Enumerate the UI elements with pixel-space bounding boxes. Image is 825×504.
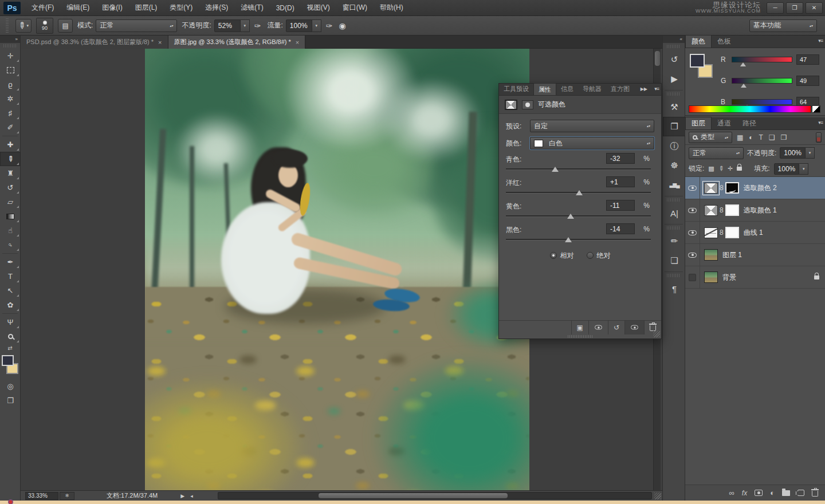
document-tab-psd[interactable]: PSD.psd @ 38.3% (选取颜色 2, 图层蒙版/8) * × (21, 36, 168, 49)
foreground-color-swatch[interactable] (690, 54, 705, 68)
delete-layer-icon[interactable] (812, 491, 818, 497)
g-slider-thumb[interactable] (741, 84, 747, 88)
resize-grip[interactable] (654, 493, 661, 499)
menu-edit[interactable]: 编辑(E) (60, 0, 96, 16)
layer-fill-value[interactable]: 100% (774, 163, 800, 175)
color-select[interactable]: 白色 ▴▾ (530, 137, 654, 149)
eraser-tool[interactable]: ▱ (0, 195, 21, 209)
layer-mask-thumbnail[interactable] (725, 227, 739, 238)
cyan-value-field[interactable]: -32 (606, 153, 635, 164)
b-slider[interactable] (732, 99, 792, 105)
tab-histogram[interactable]: 直方图 (606, 83, 634, 95)
menu-view[interactable]: 视图(V) (301, 0, 336, 16)
filter-smart-object-icon[interactable]: ❒ (780, 133, 788, 141)
spectrum-bw-cap[interactable] (812, 105, 820, 113)
panel-drag-grip[interactable] (568, 335, 593, 338)
visibility-toggle[interactable] (685, 266, 700, 289)
filter-pixel-layers-icon[interactable]: ▦ (736, 133, 744, 141)
tab-info[interactable]: 信息 (556, 83, 578, 95)
marquee-tool[interactable] (0, 63, 21, 77)
paragraph-panel-icon[interactable]: ¶ (663, 279, 686, 298)
foreground-color-swatch[interactable] (2, 355, 14, 366)
cyan-slider-thumb[interactable] (552, 167, 559, 172)
minimize-button[interactable]: ─ (767, 2, 784, 14)
g-slider[interactable] (732, 78, 792, 84)
menu-image[interactable]: 图像(I) (96, 0, 128, 16)
layer-row-selective-color-1[interactable]: 8 选取颜色 1 (685, 199, 825, 222)
brush-tool-preset-picker[interactable]: ✎ ▾ (15, 19, 32, 33)
menu-select[interactable]: 选择(S) (199, 0, 234, 16)
tab-color[interactable]: 颜色 (685, 35, 712, 48)
curves-icon[interactable] (704, 227, 718, 238)
new-adjustment-layer-icon[interactable]: ◐ (770, 489, 775, 497)
brush-tool[interactable]: ✎ (0, 152, 21, 166)
tool-presets-panel-icon[interactable]: ⚒ (663, 97, 686, 117)
lock-paint-icon[interactable]: ✎ (717, 164, 726, 174)
horizontal-scrollbar[interactable] (218, 492, 652, 499)
layer-blend-mode-select[interactable]: 正常 ▴▾ (689, 147, 744, 159)
yellow-value-field[interactable]: -11 (606, 200, 635, 211)
menu-window[interactable]: 窗口(W) (336, 0, 374, 16)
histogram-panel-icon[interactable]: ▃▆▄ (663, 175, 686, 195)
screen-mode-button[interactable]: ❐ (0, 393, 21, 408)
layer-mask-thumbnail[interactable] (725, 182, 739, 194)
restore-button[interactable]: ❐ (786, 2, 803, 14)
dodge-tool[interactable]: ♀ (0, 238, 21, 252)
canvas-image[interactable] (145, 49, 529, 490)
lock-transparency-icon[interactable]: ▩ (708, 165, 714, 172)
tab-channels[interactable]: 通道 (712, 117, 737, 129)
layer-row-background[interactable]: 背景 (685, 266, 825, 289)
layer-filter-type-select[interactable]: 类型 ▴▾ (689, 132, 732, 143)
clip-to-layer-icon[interactable]: ▣ (571, 321, 588, 334)
panel-menu-icon[interactable]: ▾≡ (818, 38, 823, 44)
vertical-scrollbar-thumb[interactable] (655, 51, 660, 66)
tablet-opacity-icon[interactable]: ✑ (253, 21, 263, 30)
menu-help[interactable]: 帮助(H) (374, 0, 410, 16)
filter-shape-layers-icon[interactable]: ❑ (768, 133, 776, 141)
tab-navigator[interactable]: 导航器 (578, 83, 606, 95)
blend-mode-select[interactable]: 正常 ▴▾ (96, 19, 177, 32)
visibility-toggle[interactable] (685, 177, 700, 199)
new-group-icon[interactable] (782, 490, 790, 496)
opacity-dropdown-button[interactable]: ▾ (241, 19, 250, 32)
panel-menu-icon[interactable]: ▾≡ (654, 86, 659, 92)
black-slider-thumb[interactable] (565, 237, 572, 242)
toolbar-grip[interactable] (3, 44, 17, 48)
layer-thumbnail[interactable] (704, 271, 718, 283)
close-tab-icon[interactable]: × (296, 39, 299, 46)
menu-file[interactable]: 文件(F) (25, 0, 60, 16)
r-slider-thumb[interactable] (740, 62, 746, 66)
tab-layers[interactable]: 图层 (685, 117, 712, 129)
layer-opacity-value[interactable]: 100% (780, 147, 806, 159)
horizontal-scrollbar-thumb[interactable] (319, 493, 508, 498)
brush-size-preview[interactable]: 90 (36, 18, 53, 34)
properties-panel-icon[interactable]: ❐ (663, 117, 686, 136)
hand-tool[interactable]: Ψ (0, 315, 21, 329)
layer-mask-thumbnail[interactable] (725, 204, 739, 216)
add-mask-icon[interactable] (755, 490, 763, 496)
document-tab-original[interactable]: 原图.jpg @ 33.3% (选取颜色 2, RGB/8#) * × (168, 36, 306, 49)
cyan-track[interactable] (506, 168, 651, 170)
actions-panel-icon[interactable]: ▶ (663, 69, 686, 89)
healing-brush-tool[interactable]: ✚ (0, 137, 21, 152)
layer-thumbnail[interactable] (704, 249, 718, 261)
swap-colors-button[interactable]: ⇄ (0, 344, 20, 352)
view-previous-state-icon[interactable] (588, 321, 608, 334)
magenta-slider-thumb[interactable] (576, 190, 583, 195)
zoom-level-field[interactable]: 33.33% (25, 492, 58, 500)
history-brush-tool[interactable]: ↺ (0, 180, 21, 195)
close-button[interactable]: ✕ (806, 2, 823, 14)
tab-properties[interactable]: 属性 (533, 83, 556, 95)
visibility-toggle[interactable] (685, 222, 700, 244)
adjustment-mask-icon[interactable] (505, 100, 517, 110)
flow-value[interactable]: 100% (286, 19, 312, 32)
selective-color-icon[interactable] (704, 205, 718, 216)
r-slider[interactable] (732, 57, 792, 62)
layer-style-icon[interactable]: fx (742, 489, 747, 497)
visibility-toggle[interactable] (685, 244, 700, 266)
mask-target-icon[interactable] (522, 100, 533, 109)
status-gear-icon[interactable]: ✻ (60, 492, 74, 500)
menu-layer[interactable]: 图层(L) (129, 0, 164, 16)
zoom-tool[interactable] (0, 329, 21, 344)
crop-tool[interactable]: ♯ (0, 106, 21, 120)
